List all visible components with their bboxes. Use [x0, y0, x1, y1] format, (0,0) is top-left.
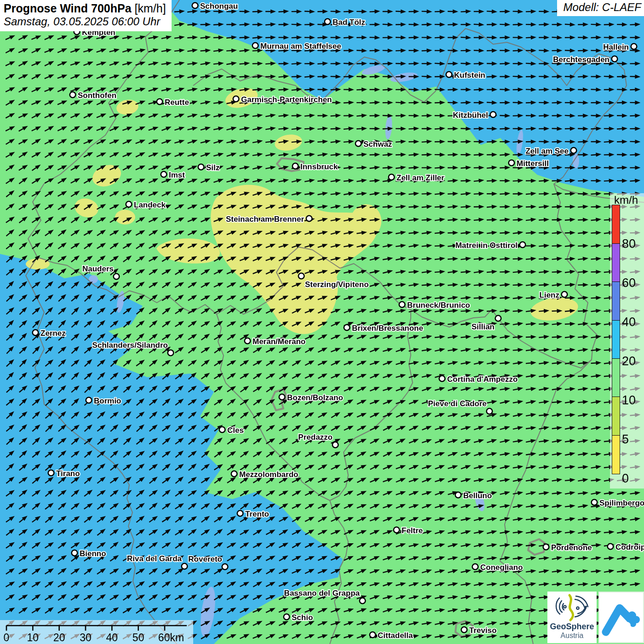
city-dot — [284, 614, 290, 620]
legend-color-bar — [612, 206, 620, 474]
legend-segment — [612, 358, 620, 397]
city-label: Meran/Merano — [253, 337, 305, 346]
city-label: Mezzolombardo — [239, 470, 298, 479]
city-label: Cortina d'Ampezzo — [447, 375, 518, 384]
city-label: Sillian — [472, 322, 494, 331]
city-dot — [161, 172, 167, 178]
legend-value-label: 40 — [622, 316, 636, 328]
city-label: Cles — [227, 426, 244, 435]
city-dot — [370, 632, 376, 638]
city-dot — [48, 470, 54, 476]
scale-label: 40 — [106, 632, 118, 644]
city-label: Zell am Ziller — [397, 173, 444, 182]
legend-value-label: 60 — [622, 277, 636, 289]
wind-speed-legend: km/h 806040201050 — [610, 193, 644, 489]
city-label: Matrei in Osttirol — [455, 241, 518, 250]
city-dot — [33, 330, 39, 336]
city-dot — [231, 471, 237, 477]
geosphere-logo-subtext: Austria — [547, 632, 597, 640]
city-marker: Meran/Merano — [245, 337, 306, 346]
legend-segment — [612, 282, 620, 321]
city-marker: Bruneck/Brunico — [399, 301, 470, 310]
city-label: Pordenone — [551, 543, 592, 552]
scale-label: 10 — [27, 632, 39, 644]
city-dot — [219, 427, 225, 433]
city-dot — [114, 274, 120, 280]
city-marker: Matrei in Osttirol — [455, 241, 525, 250]
city-label: Codroipo — [615, 543, 644, 552]
city-dot — [543, 544, 549, 550]
city-label: Feltre — [402, 526, 423, 535]
city-dot — [608, 544, 614, 550]
city-label: Bad Tölz — [333, 18, 365, 27]
legend-value-label: 0 — [622, 472, 629, 485]
scale-label: 20 — [53, 632, 65, 644]
city-label: Pieve di Cadore — [428, 399, 487, 408]
city-label: Tirano — [56, 469, 80, 478]
legend-segment — [612, 397, 620, 436]
model-label: Modell: C-LAEF — [557, 0, 644, 16]
scale-ruler: 0102030405060km — [0, 620, 193, 644]
wind-forecast-map: SchongauBad TölzKemptenMurnau am Staffel… — [0, 0, 644, 644]
city-dot — [306, 216, 312, 222]
legend-segment — [612, 320, 620, 359]
city-marker: Conegliano — [472, 563, 523, 572]
legend-value-label: 10 — [622, 394, 636, 407]
city-dot — [461, 627, 467, 633]
city-marker: Cortina d'Ampezzo — [439, 375, 518, 384]
city-dot — [70, 92, 76, 98]
city-label: Spilimbergo — [599, 499, 644, 507]
map-scale-bar: 0102030405060km — [0, 620, 193, 644]
city-dot — [455, 492, 461, 498]
city-label: Lienz — [540, 291, 559, 299]
city-dot — [253, 43, 259, 49]
scale-label: 30 — [80, 632, 92, 644]
city-dot — [222, 564, 228, 570]
weather-map-root: SchongauBad TölzKemptenMurnau am Staffel… — [0, 0, 644, 644]
contour-swirl-icon — [547, 592, 597, 622]
city-label: Schio — [292, 613, 313, 622]
city-dot — [631, 44, 637, 50]
title-box: Prognose Wind 700hPa [km/h] Samstag, 03.… — [0, 0, 172, 31]
forecast-datetime: Samstag, 03.05.2025 06:00 Uhr — [4, 15, 166, 29]
city-marker: Mezzolombardo — [231, 470, 299, 479]
city-label: Bozen/Bolzano — [287, 393, 343, 402]
city-dot — [562, 292, 568, 298]
scale-label: 50 — [132, 632, 144, 644]
city-marker: Zell am Ziller — [389, 173, 445, 182]
city-label: Garmisch-Partenkirchen — [241, 95, 332, 104]
city-marker: Berchtesgaden — [553, 55, 617, 64]
blue-mountain-cloud-icon — [599, 592, 643, 642]
city-dot — [487, 408, 493, 414]
city-dot — [520, 242, 526, 248]
city-dot — [394, 527, 400, 533]
city-dot — [344, 325, 350, 331]
city-label: Nauders — [82, 264, 114, 273]
city-marker: Bozen/Bolzano — [279, 393, 343, 402]
city-label: Innsbruck — [300, 162, 338, 171]
city-marker: Garmisch-Partenkirchen — [233, 95, 332, 104]
partner-logo-box — [598, 592, 644, 643]
city-label: Steinach am Brenner — [226, 215, 304, 224]
city-label: Brixen/Bressanone — [352, 324, 423, 333]
city-dot — [360, 598, 366, 604]
city-dot — [182, 564, 188, 569]
city-label: Conegliano — [480, 563, 523, 572]
legend-segment — [612, 435, 620, 474]
city-dot — [72, 550, 78, 556]
title-unit: [km/h] — [132, 2, 166, 15]
city-dot — [399, 302, 405, 308]
page-title: Prognose Wind 700hPa [km/h] — [4, 1, 166, 15]
geosphere-logo-box: GeoSphere Austria — [547, 592, 597, 643]
city-label: Schongau — [200, 2, 238, 11]
city-dot — [612, 56, 618, 62]
city-dot — [389, 174, 395, 180]
city-label: Landeck — [134, 201, 166, 209]
legend-value-label: 20 — [622, 355, 636, 368]
scale-label: 0 — [4, 632, 10, 644]
city-label: Reutte — [165, 98, 189, 107]
city-marker: Spilimbergo — [592, 499, 644, 507]
geosphere-logo-text: GeoSphere — [547, 622, 597, 632]
city-label: Zernez — [40, 329, 66, 338]
city-label: Sterzing/Vipiteno — [305, 280, 369, 289]
